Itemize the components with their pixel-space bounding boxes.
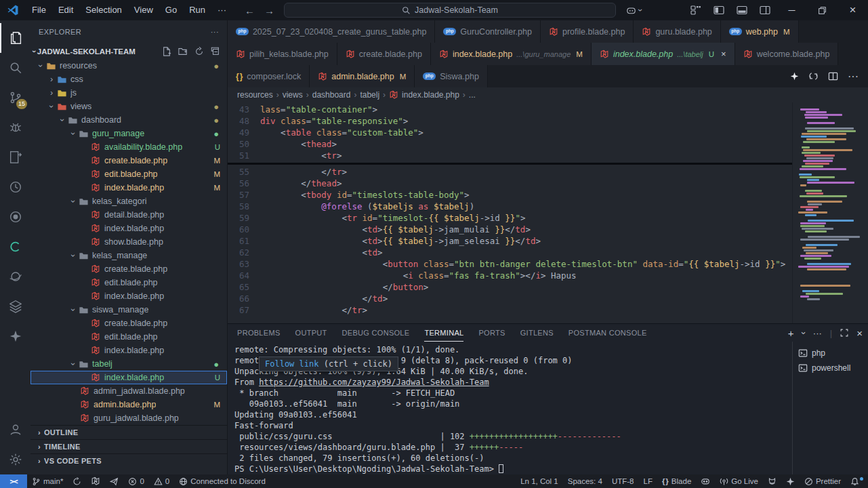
terminal-instance-powershell[interactable]: powershell [798,361,868,375]
new-file-icon[interactable] [162,47,171,56]
panel-bottom-icon[interactable] [730,1,753,20]
menu-file[interactable]: File [26,3,52,18]
tree-item-kelas_kategori[interactable]: ›kelas_kategori [30,195,227,208]
editor-tab-welcome.blade.php[interactable]: welcome.blade.php [735,43,839,65]
open-changes-icon[interactable] [808,71,819,81]
more-actions-icon[interactable]: ··· [813,328,822,338]
activity-letter-c-icon[interactable] [0,232,30,262]
tree-item-dashboard[interactable]: ›dashboard● [30,113,227,127]
status-golive[interactable]: Go Live [715,474,763,488]
tree-item-edit.blade.php[interactable]: edit.blade.phpM [30,167,227,181]
status-blade-mono[interactable] [86,474,105,488]
tree-item-resources[interactable]: ›resources● [30,59,227,73]
status-spaces-4[interactable]: Spaces: 4 [563,474,607,488]
split-editor-icon[interactable] [828,71,838,81]
editor-tab-index.blade.php[interactable]: index.blade.php ...\tabelj U × [592,43,735,65]
tree-item-guru_jadwal.blade.php[interactable]: guru_jadwal.blade.php [30,411,227,425]
status-branch[interactable]: main* [27,474,68,488]
tree-item-create.blade.php[interactable]: create.blade.php [30,317,227,330]
status-bell[interactable] [846,474,868,488]
tree-item-availability.blade.php[interactable]: availability.blade.phpU [30,140,227,154]
tree-item-views[interactable]: ›views● [30,100,227,113]
minimize-icon[interactable]: ─ [777,0,807,20]
activity-history-clock-icon[interactable] [0,172,30,202]
activity-record-icon[interactable] [0,202,30,232]
maximize-panel-icon[interactable] [840,329,848,337]
panel-left-icon[interactable] [707,1,730,20]
tree-item-index.blade.php[interactable]: index.blade.php [30,289,227,303]
tree-item-tabelj[interactable]: ›tabelj● [30,357,227,371]
section-outline[interactable]: ›OUTLINE [30,425,227,439]
status-utf-8[interactable]: UTF-8 [607,474,639,488]
panel-tab-ports[interactable]: PORTS [478,324,505,342]
activity-search-icon[interactable] [0,53,30,83]
project-root-row[interactable]: › JADWAL-SEKOLAH-TEAM [30,43,227,59]
tree-item-create.blade.php[interactable]: create.blade.phpM [30,154,227,167]
editor-tab-composer.lock[interactable]: { }composer.lock [228,65,310,87]
section-vs-code-pets[interactable]: ›VS CODE PETS [30,453,227,468]
activity-settings-gear[interactable] [0,445,30,474]
tree-item-detail.blade.php[interactable]: detail.blade.php [30,208,227,222]
panel-tab-output[interactable]: OUTPUT [295,324,327,342]
activity-planet-icon[interactable] [0,262,30,291]
activity-account[interactable] [0,415,30,445]
breadcrumb-item[interactable]: resources [237,90,273,100]
close-panel-icon[interactable]: × [856,327,863,339]
panel-tab-debug-console[interactable]: DEBUG CONSOLE [342,324,410,342]
panel-tab-terminal[interactable]: TERMINAL [424,324,463,342]
editor-tab-pilih_kelas.blade.php[interactable]: pilih_kelas.blade.php [228,43,337,65]
status-slash[interactable]: Prettier [800,474,846,488]
editor-tab-guru.blade.php[interactable]: guru.blade.php [634,20,720,43]
tree-item-siswa_manage[interactable]: ›siswa_manage [30,303,227,317]
menu-more[interactable]: ··· [211,3,232,18]
copilot-menu[interactable]: › [625,5,642,16]
activity-stack-icon[interactable] [0,291,30,321]
breadcrumb-item[interactable]: index.blade.php [402,90,459,100]
nav-forward-icon[interactable]: → [264,5,274,16]
status-send[interactable] [105,474,123,488]
remote-indicator[interactable]: >< [0,474,27,488]
restore-icon[interactable] [807,0,838,20]
status-globe[interactable]: Connected to Discord [174,474,270,488]
terminal-instance-php[interactable]: php [798,346,868,361]
editor-tab-profile.blade.php[interactable]: profile.blade.php [541,20,634,43]
editor-tab-Siswa.php[interactable]: phpSiswa.php [415,65,488,87]
menu-go[interactable]: Go [159,3,183,18]
status-ln-1-col-1[interactable]: Ln 1, Col 1 [516,474,563,488]
tree-item-edit.blade.php[interactable]: edit.blade.php [30,276,227,289]
tree-item-js[interactable]: ›js [30,86,227,100]
tree-item-admin.blade.php[interactable]: admin.blade.phpM [30,398,227,411]
terminal-link[interactable]: https://github.com/zayzay99/Jadwal-Sekol… [259,378,489,387]
new-folder-icon[interactable] [178,47,188,56]
editor-tab-index.blade.php[interactable]: index.blade.php ...\guru_manage M [431,43,592,65]
layout-customize-icon[interactable] [684,1,707,20]
terminal-dropdown-icon[interactable]: › [798,331,808,334]
editor-tab-2025_07_23_020408_create_gurus_table.php[interactable]: php2025_07_23_020408_create_gurus_table.… [228,20,435,43]
tree-item-show.blade.php[interactable]: show.blade.php [30,235,227,249]
tree-item-index.blade.php[interactable]: index.blade.php [30,344,227,357]
editor-tab-create.blade.php[interactable]: create.blade.php [337,43,431,65]
panel-tab-gitlens[interactable]: GITLENS [520,324,554,342]
close-icon[interactable]: × [838,0,868,20]
section-timeline[interactable]: ›TIMELINE [30,439,227,453]
tree-item-admin_jadwal.blade.php[interactable]: admin_jadwal.blade.php [30,384,227,398]
collapse-all-icon[interactable] [211,47,220,56]
activity-explorer-icon[interactable] [0,23,30,53]
tree-item-kelas_manage[interactable]: ›kelas_manage [30,249,227,262]
terminal-output[interactable]: Follow link (ctrl + click) remote: Compr… [228,342,792,474]
copilot-sparkle-icon[interactable] [790,72,799,81]
status-warning[interactable]: 0 [149,474,174,488]
code-editor[interactable]: 43 lass="table-container"> 48 div class=… [228,102,868,323]
status-copilot[interactable] [696,474,715,488]
status-error[interactable]: 0 [123,474,148,488]
tree-item-create.blade.php[interactable]: create.blade.php [30,262,227,276]
panel-tab-problems[interactable]: PROBLEMS [237,324,281,342]
breadcrumb-item[interactable]: views [283,90,303,100]
nav-back-icon[interactable]: ← [245,5,255,16]
activity-debug-icon[interactable] [0,113,30,142]
activity-sparkle-icon[interactable] [0,321,30,351]
breadcrumb-item[interactable]: ... [469,90,476,100]
tree-item-edit.blade.php[interactable]: edit.blade.php [30,330,227,344]
breadcrumb-item[interactable]: tabelj [360,90,379,100]
status-sync[interactable] [68,474,86,488]
